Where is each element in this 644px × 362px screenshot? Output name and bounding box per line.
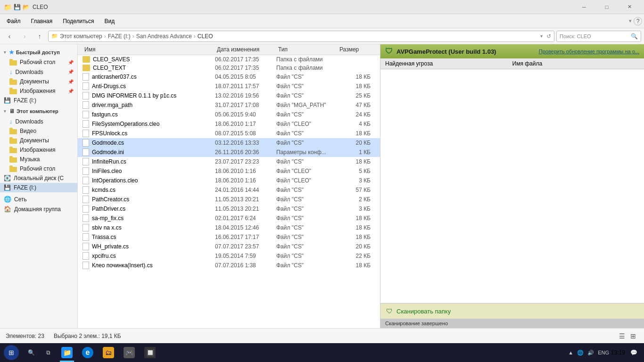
notification-button[interactable]: 💬: [627, 343, 640, 362]
start-icon: ⊞: [4, 345, 19, 360]
file-row[interactable]: anticrasher037.cs 04.05.2015 8:05 Файл "…: [78, 72, 380, 82]
file-row[interactable]: sbiv na x.cs 18.04.2015 12:46 Файл "CS" …: [78, 223, 380, 232]
tray-expand[interactable]: ▲: [568, 350, 573, 355]
avp-col-filename: Имя файла: [512, 60, 640, 67]
window-controls: ─ □ ✕: [573, 0, 640, 14]
col-type[interactable]: Тип: [276, 45, 338, 54]
file-name-text: anticrasher037.cs: [92, 74, 137, 80]
col-size[interactable]: Размер: [338, 45, 375, 54]
file-row[interactable]: fastgun.cs 05.06.2015 9:40 Файл "CS" 24 …: [78, 110, 380, 119]
col-date[interactable]: Дата изменения: [215, 45, 276, 54]
pin-icon: 📌: [68, 79, 74, 84]
taskbar-app-5[interactable]: 🔲: [140, 343, 160, 362]
sidebar-item-images[interactable]: Изображения: [0, 145, 77, 155]
file-row[interactable]: CLEO_SAVES 06.02.2017 17:35 Папка с файл…: [78, 55, 380, 64]
file-row[interactable]: IntOperations.cleo 18.06.2010 1:16 Файл …: [78, 176, 380, 185]
menu-file[interactable]: Файл: [2, 16, 25, 26]
taskbar-app-edge[interactable]: e: [77, 343, 98, 362]
file-row[interactable]: FileSystemOperations.cleo 18.06.2010 1:1…: [78, 119, 380, 129]
sidebar-item-faze-top[interactable]: 💾 FAZE (I:): [0, 96, 77, 105]
file-name-text: sbiv na x.cs: [92, 224, 122, 231]
col-name[interactable]: Имя: [83, 45, 215, 54]
file-row[interactable]: WH_private.cs 07.07.2017 23:57 Файл "CS"…: [78, 242, 380, 251]
file-row[interactable]: CLEO_TEXT 06.02.2017 17:35 Папка с файла…: [78, 64, 380, 72]
file-row[interactable]: Trassa.cs 16.06.2017 17:17 Файл "CS" 18 …: [78, 232, 380, 242]
task-view-button[interactable]: ⧉: [40, 343, 57, 362]
file-row[interactable]: Godmode.ini 26.11.2016 20:36 Параметры к…: [78, 148, 380, 157]
file-name-text: kcmds.cs: [92, 187, 116, 193]
tray-network[interactable]: 🌐: [577, 350, 584, 356]
back-button[interactable]: ‹: [3, 30, 16, 43]
sidebar-item-downloads-quick[interactable]: ↓ Downloads 📌: [0, 67, 77, 77]
tray-sound[interactable]: 🔊: [587, 350, 594, 356]
taskbar-app-files[interactable]: 🗂: [98, 343, 119, 362]
file-icon: [83, 205, 89, 213]
minimize-button[interactable]: ─: [573, 0, 595, 14]
scan-button[interactable]: Сканировать папку: [396, 308, 451, 315]
file-type: Файл "CLEO": [276, 168, 338, 174]
avp-update-link[interactable]: Проверить обновление программы на о...: [539, 49, 639, 54]
sidebar-item-homegroup[interactable]: 🏠 Домашняя группа: [0, 204, 77, 214]
file-row[interactable]: IniFiles.cleo 18.06.2010 1:16 Файл "CLEO…: [78, 166, 380, 176]
file-row[interactable]: Anti-Drugs.cs 18.07.2011 17:57 Файл "CS"…: [78, 82, 380, 91]
file-row[interactable]: FPSUnlock.cs 08.07.2015 5:08 Файл "CS" 1…: [78, 129, 380, 138]
details-view-button[interactable]: ☰: [617, 331, 627, 341]
tray-time[interactable]: 13:19: [611, 349, 625, 357]
file-type: Файл "CS": [276, 262, 338, 269]
tray-lang[interactable]: ENG: [598, 350, 609, 355]
taskbar-app-explorer[interactable]: 📁: [57, 343, 77, 362]
file-type: Параметры конф...: [276, 149, 338, 156]
file-row[interactable]: InfiniteRun.cs 23.07.2017 23:23 Файл "CS…: [78, 157, 380, 166]
address-expand[interactable]: ▾: [540, 33, 543, 39]
file-row[interactable]: PathDriver.cs 11.05.2013 20:21 Файл "CS"…: [78, 204, 380, 214]
sidebar-item-faze-i[interactable]: 💾 FAZE (I:): [0, 183, 77, 192]
file-row[interactable]: PathCreator.cs 11.05.2013 20:21 Файл "CS…: [78, 195, 380, 204]
file-row[interactable]: Клео починка(Insert).cs 07.07.2016 1:38 …: [78, 261, 380, 270]
sidebar-label: FAZE (I:): [14, 97, 36, 104]
homegroup-icon: 🏠: [4, 206, 11, 213]
sidebar-item-downloads[interactable]: ↓ Downloads: [0, 116, 77, 126]
file-name-text: Godmode.cs: [92, 140, 124, 146]
taskbar-app-4[interactable]: 🎮: [119, 343, 140, 362]
file-name-cell: InfiniteRun.cs: [83, 158, 215, 165]
file-row[interactable]: kcmds.cs 24.01.2016 14:44 Файл "CS" 57 К…: [78, 185, 380, 195]
file-row[interactable]: Godmode.cs 03.12.2016 13:33 Файл "CS" 20…: [78, 138, 380, 148]
this-pc-section: ▾ 🖥 Этот компьютер ↓ Downloads Видео Док…: [0, 106, 77, 173]
search-bar[interactable]: Поиск: CLEO 🔍: [556, 31, 641, 42]
sidebar-item-network[interactable]: 🌐 Сеть: [0, 194, 77, 204]
help-button[interactable]: ?: [634, 17, 642, 25]
address-refresh[interactable]: ↺: [546, 33, 551, 40]
sidebar-item-video[interactable]: Видео: [0, 126, 77, 136]
sidebar-item-local-c[interactable]: 💽 Локальный диск (C: [0, 173, 77, 183]
maximize-button[interactable]: □: [596, 0, 618, 14]
taskbar-search-button[interactable]: 🔍: [23, 343, 40, 362]
file-name-cell: fastgun.cs: [83, 111, 215, 118]
address-bar[interactable]: 📁 Этот компьютер › FAZE (I:) › San Andre…: [48, 31, 554, 42]
file-row[interactable]: xpcifru.cs 19.05.2014 7:59 Файл "CS" 22 …: [78, 251, 380, 261]
this-pc-header[interactable]: ▾ 🖥 Этот компьютер: [0, 106, 77, 116]
file-name-text: fastgun.cs: [92, 111, 118, 118]
start-button[interactable]: ⊞: [0, 343, 23, 362]
sidebar-item-desktop[interactable]: Рабочий стол: [0, 164, 77, 173]
large-icons-view-button[interactable]: ⊞: [628, 331, 638, 341]
sidebar-item-music[interactable]: Музыка: [0, 155, 77, 164]
up-button[interactable]: ↑: [33, 30, 46, 43]
sidebar-item-images-quick[interactable]: Изображения 📌: [0, 86, 77, 96]
folder-icon: [9, 78, 17, 85]
file-row[interactable]: DMG INFORMER 0.1.1 by p1c.cs 13.02.2016 …: [78, 91, 380, 100]
close-button[interactable]: ✕: [619, 0, 640, 14]
menu-share[interactable]: Поделиться: [58, 16, 99, 26]
file-row[interactable]: sa-mp_fix.cs 02.01.2017 6:24 Файл "CS" 1…: [78, 214, 380, 223]
menu-view[interactable]: Вид: [99, 16, 119, 26]
sidebar-item-docs[interactable]: Документы: [0, 136, 77, 145]
sidebar-item-docs-quick[interactable]: Документы 📌: [0, 77, 77, 86]
sidebar-label: Документы: [20, 78, 49, 85]
pc-icon: 🖥: [9, 108, 15, 115]
file-name-text: Godmode.ini: [92, 149, 124, 156]
menu-home[interactable]: Главная: [26, 16, 58, 26]
sidebar-item-desktop-quick[interactable]: Рабочий стол 📌: [0, 58, 77, 67]
file-row[interactable]: driver.mga_path 31.07.2017 17:08 Файл "M…: [78, 100, 380, 110]
file-name-cell: Клео починка(Insert).cs: [83, 262, 215, 269]
file-date: 31.07.2017 17:08: [215, 102, 276, 108]
forward-button[interactable]: ›: [18, 30, 31, 43]
